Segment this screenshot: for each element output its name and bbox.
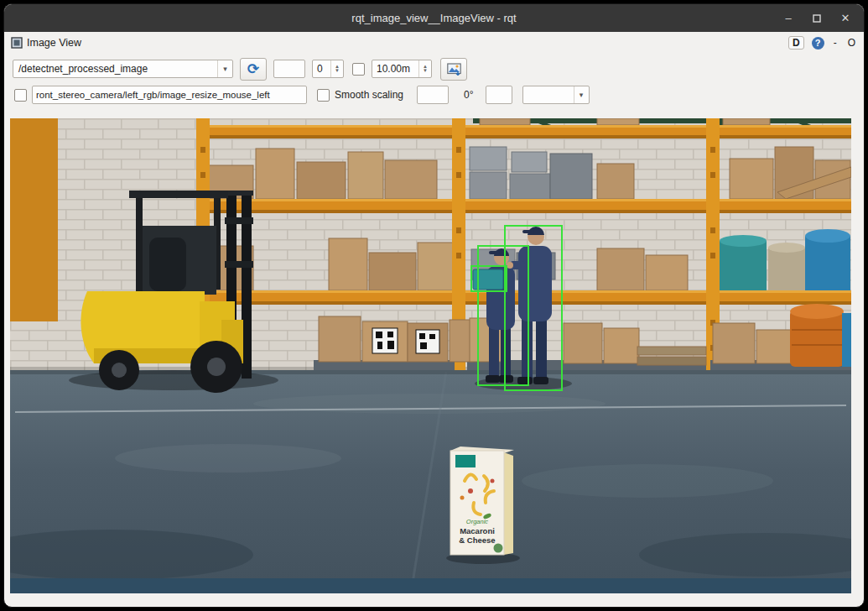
topic-select[interactable]: /detectnet_processed_image ▾ xyxy=(13,60,233,78)
checkbox-row1[interactable] xyxy=(352,63,365,76)
number-spinbox[interactable]: 0 ▲▼ xyxy=(312,60,344,78)
rotate-label: 0° xyxy=(464,89,473,101)
dock-detach-button[interactable]: D xyxy=(788,36,804,50)
floor-edge-band xyxy=(10,578,851,593)
rotate-combo[interactable]: ▾ xyxy=(522,86,590,104)
maximize-button[interactable] xyxy=(807,8,827,29)
image-view-canvas[interactable]: Organic Macaroni & Cheese xyxy=(10,118,851,593)
toolbar-row1: /detectnet_processed_image ▾ ⟳ 0 ▲▼ 10.0… xyxy=(4,56,864,81)
window-title: rqt_image_view__ImageView - rqt xyxy=(4,12,864,24)
rqt-window: rqt_image_view__ImageView - rqt – ✕ Imag… xyxy=(3,3,865,608)
help-icon[interactable]: ? xyxy=(812,37,824,50)
refresh-topics-button[interactable]: ⟳ xyxy=(240,58,267,81)
orange-wall xyxy=(10,118,58,321)
save-image-icon xyxy=(447,63,461,76)
chevron-down-icon: ▾ xyxy=(217,60,232,77)
depth-spinbox[interactable]: 10.00m ▲▼ xyxy=(372,60,432,78)
plugin-bar: Image View D ? - O xyxy=(4,32,864,54)
spinner-arrows-icon[interactable]: ▲▼ xyxy=(330,60,343,77)
depth-spinbox-value: 10.00m xyxy=(377,63,410,75)
image-view-icon xyxy=(11,37,23,49)
warehouse-scene: Organic Macaroni & Cheese xyxy=(10,118,851,593)
product-brand: Organic xyxy=(466,518,489,525)
product-box: Organic Macaroni & Cheese xyxy=(446,446,520,564)
blank-field-3[interactable] xyxy=(486,86,512,104)
smooth-scaling-label: Smooth scaling xyxy=(335,89,403,101)
publish-click-checkbox[interactable] xyxy=(14,89,27,102)
save-image-button[interactable] xyxy=(440,58,467,81)
blank-field-1[interactable] xyxy=(273,60,305,78)
maximize-icon xyxy=(813,14,821,23)
spinner-arrows-icon[interactable]: ▲▼ xyxy=(418,60,431,77)
smooth-scaling-checkbox[interactable] xyxy=(317,89,330,102)
topic-select-value: /detectnet_processed_image xyxy=(18,63,148,75)
close-button[interactable]: ✕ xyxy=(835,8,855,29)
dock-minimize-button[interactable]: - xyxy=(832,37,839,49)
plugin-title: Image View xyxy=(27,37,81,49)
chevron-down-icon: ▾ xyxy=(574,86,589,103)
plugin-actions: D ? - O xyxy=(788,36,857,50)
dock-close-button[interactable]: O xyxy=(846,37,857,49)
window-controls: – ✕ xyxy=(778,4,855,32)
blank-field-2[interactable] xyxy=(417,86,449,104)
refresh-icon: ⟳ xyxy=(247,62,259,76)
toolbar-row2: Smooth scaling 0° ▾ xyxy=(4,83,864,107)
titlebar[interactable]: rqt_image_view__ImageView - rqt – ✕ xyxy=(4,4,864,32)
mouse-topic-input[interactable] xyxy=(32,86,307,104)
product-name-line2: & Cheese xyxy=(459,535,495,545)
product-name-line1: Macaroni xyxy=(460,526,495,535)
number-spinbox-value: 0 xyxy=(317,63,323,75)
floor-drums xyxy=(790,304,851,367)
minimize-button[interactable]: – xyxy=(778,8,798,29)
